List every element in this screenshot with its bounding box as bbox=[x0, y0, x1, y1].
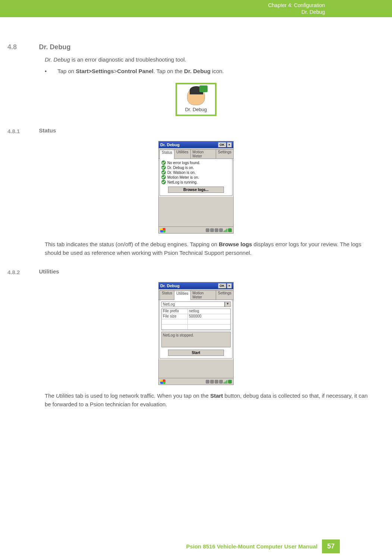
page-number: 57 bbox=[322, 539, 340, 553]
tabs-row: Status Utilities Motion Meter Settings bbox=[159, 148, 233, 159]
intro-text: Dr. Debug is an error diagnostic and tro… bbox=[45, 56, 370, 64]
tray-icon[interactable] bbox=[219, 380, 223, 384]
status-list: No error logs found. Dr. Debug is on. Dr… bbox=[161, 160, 231, 184]
start-flag-icon[interactable] bbox=[160, 228, 165, 232]
tray-icon[interactable] bbox=[219, 228, 223, 232]
tray-icon[interactable] bbox=[215, 228, 218, 232]
window-titlebar: Dr. Debug OK × bbox=[159, 141, 233, 148]
taskbar bbox=[159, 226, 233, 233]
utilities-window: Dr. Debug OK × Status Utilities Motion M… bbox=[158, 282, 234, 385]
close-button[interactable]: × bbox=[227, 283, 232, 288]
start-flag-icon[interactable] bbox=[160, 379, 165, 384]
ok-button[interactable]: OK bbox=[218, 142, 226, 147]
subsection-number: 4.8.1 bbox=[7, 127, 37, 134]
manual-title: Psion 8516 Vehicle-Mount Computer User M… bbox=[186, 543, 317, 550]
tab-settings[interactable]: Settings bbox=[216, 149, 234, 159]
utilities-description: The Utilities tab is used to log network… bbox=[45, 392, 370, 409]
blank-area bbox=[159, 197, 233, 226]
list-item: NetLog is running. bbox=[161, 180, 231, 184]
section-number: 4.8 bbox=[7, 43, 37, 51]
bullet-text: Tap on Start>Settings>Control Panel. Tap… bbox=[57, 67, 224, 76]
system-tray bbox=[206, 380, 232, 384]
blank-area bbox=[159, 359, 233, 378]
check-icon bbox=[161, 165, 166, 170]
intro-rest: is an error diagnostic and troubleshooti… bbox=[70, 56, 186, 63]
subsection-title: Utilities bbox=[39, 268, 59, 275]
bullet-row: • Tap on Start>Settings>Control Panel. T… bbox=[45, 67, 385, 76]
tray-icon[interactable] bbox=[210, 228, 214, 232]
chevron-down-icon[interactable]: ▼ bbox=[225, 301, 231, 307]
check-icon bbox=[161, 170, 166, 175]
header-text: Chapter 4: Configuration Dr. Debug bbox=[268, 2, 325, 15]
section-4-8: 4.8 Dr. Debug bbox=[7, 43, 385, 51]
status-description: This tab indicates the status (on/off) o… bbox=[45, 240, 370, 257]
window-title: Dr. Debug bbox=[160, 284, 180, 288]
ok-button[interactable]: OK bbox=[218, 283, 226, 288]
bullet-dot: • bbox=[45, 67, 56, 76]
tabs-row: Status Utilities Motion Meter Settings bbox=[159, 289, 233, 300]
signal-icon bbox=[224, 380, 227, 384]
page-content: 4.8 Dr. Debug Dr. Debug is an error diag… bbox=[0, 17, 392, 409]
tab-utilities[interactable]: Utilities bbox=[174, 291, 190, 300]
chapter-line: Chapter 4: Configuration bbox=[268, 2, 325, 8]
section-title: Dr. Debug bbox=[39, 43, 70, 51]
subsection-title: Status bbox=[39, 127, 56, 134]
section-4-8-2: 4.8.2 Utilities bbox=[7, 268, 385, 275]
signal-icon bbox=[224, 228, 227, 232]
page-footer: Psion 8516 Vehicle-Mount Computer User M… bbox=[186, 539, 392, 553]
icon-label: Dr. Debug bbox=[179, 107, 213, 112]
utilities-pane: NetLog ▼ File prefix netlog File size 50… bbox=[159, 300, 233, 359]
list-item: Dr. Watson is on. bbox=[161, 170, 231, 175]
battery-icon bbox=[228, 380, 232, 384]
dr-debug-icon[interactable] bbox=[187, 87, 205, 105]
settings-grid: File prefix netlog File size 500000 bbox=[161, 309, 231, 330]
table-row: File prefix netlog bbox=[162, 309, 230, 314]
check-icon bbox=[161, 160, 166, 165]
tab-motion[interactable]: Motion Meter bbox=[190, 149, 216, 159]
table-row bbox=[162, 319, 230, 325]
dropdown-value: NetLog bbox=[161, 301, 225, 307]
tray-icon[interactable] bbox=[206, 228, 209, 232]
header-bar: Chapter 4: Configuration Dr. Debug bbox=[0, 0, 392, 17]
tab-status[interactable]: Status bbox=[159, 150, 174, 159]
tray-icon[interactable] bbox=[215, 380, 218, 384]
tab-settings[interactable]: Settings bbox=[216, 290, 234, 300]
list-item: Motion Meter is on. bbox=[161, 175, 231, 179]
dr-debug-icon-frame: Dr. Debug bbox=[176, 83, 216, 116]
status-window: Dr. Debug OK × Status Utilities Motion M… bbox=[158, 141, 234, 234]
browse-logs-button[interactable]: Browse logs... bbox=[168, 187, 224, 193]
tray-icon[interactable] bbox=[210, 380, 214, 384]
tab-utilities[interactable]: Utilities bbox=[174, 149, 190, 159]
window-titlebar: Dr. Debug OK × bbox=[159, 282, 233, 289]
list-item: Dr. Debug is on. bbox=[161, 165, 231, 170]
system-tray bbox=[206, 228, 232, 232]
close-button[interactable]: × bbox=[227, 142, 232, 147]
chapter-sub: Dr. Debug bbox=[301, 9, 325, 15]
intro-em: Dr. Debug bbox=[45, 56, 70, 63]
check-icon bbox=[161, 180, 166, 184]
subsection-number: 4.8.2 bbox=[7, 268, 37, 275]
tray-icon[interactable] bbox=[206, 380, 209, 384]
section-4-8-1: 4.8.1 Status bbox=[7, 127, 385, 134]
battery-icon bbox=[228, 228, 232, 232]
tab-motion[interactable]: Motion Meter bbox=[190, 290, 216, 300]
tab-status[interactable]: Status bbox=[159, 290, 174, 300]
status-pane: No error logs found. Dr. Debug is on. Dr… bbox=[159, 159, 233, 196]
check-icon bbox=[161, 175, 166, 179]
status-message: NetLog is stopped. bbox=[161, 332, 231, 347]
utility-dropdown[interactable]: NetLog ▼ bbox=[161, 301, 231, 307]
taskbar bbox=[159, 378, 233, 385]
list-item: No error logs found. bbox=[161, 160, 231, 165]
start-button[interactable]: Start bbox=[168, 350, 224, 356]
table-row bbox=[162, 325, 230, 330]
window-title: Dr. Debug bbox=[160, 143, 180, 147]
table-row: File size 500000 bbox=[162, 314, 230, 319]
